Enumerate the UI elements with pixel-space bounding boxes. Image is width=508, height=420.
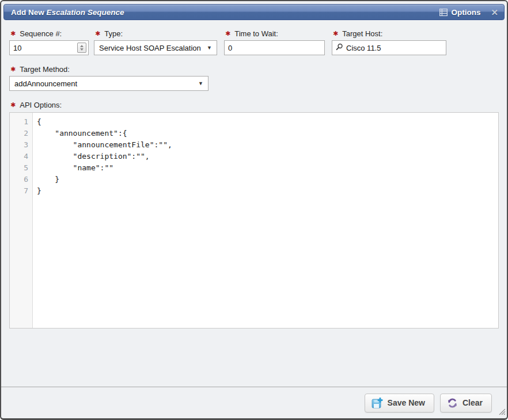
target-method-field-group: ✱ Target Method: addAnnouncement ▼: [9, 65, 208, 91]
options-button[interactable]: Options: [439, 8, 480, 17]
api-options-label: ✱ API Options:: [9, 101, 499, 109]
code-line: {: [37, 116, 498, 128]
number-spinner[interactable]: [77, 43, 86, 53]
form-row-1: ✱ Sequence #: ✱ Type: Service Ho: [9, 29, 499, 55]
required-asterisk: ✱: [333, 30, 338, 37]
clear-button[interactable]: Clear: [440, 394, 492, 413]
required-asterisk: ✱: [225, 30, 230, 37]
magnifier-icon: [336, 43, 343, 52]
target-host-field-group: ✱ Target Host: Cisco 11.5: [332, 29, 446, 55]
close-icon[interactable]: ✕: [491, 8, 498, 17]
required-asterisk: ✱: [10, 66, 16, 72]
api-options-field-group: ✱ API Options: 1 2 3 4 5 6 7 { "announce…: [9, 101, 499, 329]
spinner-up-icon[interactable]: [80, 45, 84, 47]
type-select-value: Service Host SOAP Escalation: [99, 44, 201, 52]
editor-line-numbers: 1 2 3 4 5 6 7: [10, 113, 33, 328]
dialog-titlebar: Add New Escalation Sequence Options ✕: [3, 4, 505, 20]
code-line: "name":"": [37, 162, 498, 174]
save-new-button[interactable]: Save New: [365, 394, 434, 413]
target-method-select-value: addAnnouncement: [14, 79, 77, 88]
sequence-label: ✱ Sequence #:: [9, 29, 89, 38]
editor-code-area[interactable]: { "announcement":{ "announcementFile":""…: [33, 113, 498, 328]
dialog-footer: Save New Clear: [1, 387, 507, 418]
table-icon: [439, 9, 448, 16]
clear-button-label: Clear: [462, 398, 483, 407]
refresh-icon: [447, 398, 458, 408]
target-method-label: ✱ Target Method:: [9, 65, 208, 74]
sequence-field-group: ✱ Sequence #:: [9, 29, 89, 55]
code-line: }: [37, 185, 498, 197]
type-label: ✱ Type:: [94, 29, 217, 38]
add-escalation-sequence-dialog: Add New Escalation Sequence Options ✕: [0, 0, 508, 420]
resize-grip[interactable]: [498, 407, 505, 417]
target-method-select[interactable]: addAnnouncement ▼: [9, 76, 208, 91]
type-select[interactable]: Service Host SOAP Escalation ▼: [94, 40, 217, 55]
time-to-wait-input[interactable]: [224, 40, 325, 55]
form-row-2: ✱ Target Method: addAnnouncement ▼: [9, 65, 499, 91]
time-to-wait-field-group: ✱ Time to Wait:: [224, 29, 325, 55]
save-new-button-label: Save New: [388, 398, 425, 407]
type-field-group: ✱ Type: Service Host SOAP Escalation ▼: [94, 29, 217, 55]
chevron-down-icon: ▼: [202, 45, 212, 51]
required-asterisk: ✱: [10, 102, 16, 108]
required-asterisk: ✱: [10, 30, 16, 37]
target-host-input[interactable]: Cisco 11.5: [332, 40, 446, 55]
code-line: "announcement":{: [37, 128, 498, 139]
required-asterisk: ✱: [95, 30, 100, 37]
api-options-code-editor[interactable]: 1 2 3 4 5 6 7 { "announcement":{ "announ…: [9, 112, 499, 329]
target-host-label: ✱ Target Host:: [332, 29, 446, 38]
target-host-value: Cisco 11.5: [346, 44, 381, 52]
code-line: "announcementFile":"",: [37, 139, 498, 151]
dialog-body: ✱ Sequence #: ✱ Type: Service Ho: [1, 20, 507, 387]
time-to-wait-label: ✱ Time to Wait:: [224, 29, 325, 38]
chevron-down-icon: ▼: [194, 81, 203, 86]
spinner-down-icon[interactable]: [80, 48, 84, 51]
code-line: }: [37, 174, 498, 185]
save-plus-icon: [371, 397, 383, 408]
dialog-title-emphasis: Escalation Sequence: [47, 8, 124, 17]
options-button-label: Options: [451, 8, 480, 17]
dialog-title: Add New Escalation Sequence: [11, 8, 124, 17]
code-line: "description":"",: [37, 151, 498, 162]
